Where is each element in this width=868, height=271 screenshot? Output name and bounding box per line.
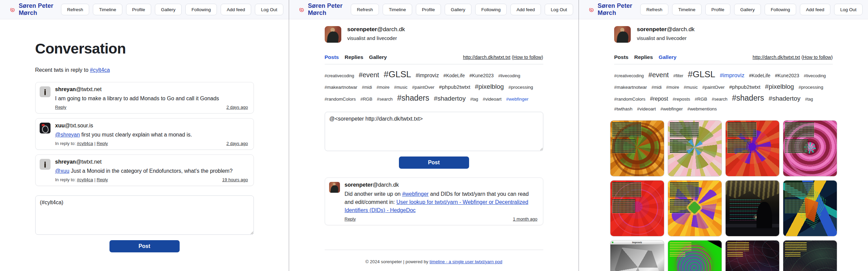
- tag-link[interactable]: #tag: [470, 97, 478, 102]
- gallery-image[interactable]: [668, 121, 722, 176]
- tag-link[interactable]: #search: [712, 97, 727, 102]
- tag-link[interactable]: #livecoding: [498, 73, 520, 78]
- gallery-image[interactable]: Improviz: [610, 241, 664, 271]
- gallery-image[interactable]: [726, 181, 779, 236]
- gallery-image[interactable]: [610, 121, 664, 176]
- nav-profile-button[interactable]: Profile: [126, 4, 151, 15]
- nav-following-button[interactable]: Following: [475, 4, 507, 15]
- post-button[interactable]: Post: [399, 157, 469, 169]
- twt-composer[interactable]: (#cylt4ca): [35, 195, 254, 235]
- nav-add-feed-button[interactable]: Add feed: [800, 4, 830, 15]
- tag-link[interactable]: #twthash: [614, 106, 632, 111]
- tag-link[interactable]: #livecoding: [804, 73, 826, 78]
- inline-link[interactable]: @xuu: [55, 168, 69, 174]
- username-link[interactable]: xuu: [55, 123, 65, 129]
- tag-link[interactable]: #KodeLife: [749, 73, 770, 78]
- timestamp-link[interactable]: 19 hours ago: [222, 177, 248, 182]
- avatar[interactable]: [40, 86, 51, 97]
- tag-link[interactable]: #phpub2twtxt: [439, 84, 470, 90]
- inline-link[interactable]: Reply: [97, 177, 108, 182]
- inline-link[interactable]: #cylt4ca: [77, 177, 93, 182]
- gallery-image[interactable]: [726, 241, 779, 271]
- username-link[interactable]: shreyan: [55, 86, 76, 92]
- nav-profile-button[interactable]: Profile: [416, 4, 441, 15]
- tag-link[interactable]: #paintOver: [702, 85, 725, 90]
- tag-link[interactable]: #improviz: [416, 72, 439, 78]
- how-to-follow-link[interactable]: How to follow: [513, 55, 542, 60]
- nav-following-button[interactable]: Following: [765, 4, 796, 15]
- gallery-image[interactable]: [783, 121, 837, 176]
- inline-link[interactable]: #cylt4ca: [77, 141, 93, 146]
- tag-link[interactable]: #reposts: [673, 97, 690, 102]
- inline-link[interactable]: timeline - a single user twtxt/yarn pod: [429, 259, 502, 264]
- gallery-image[interactable]: [783, 181, 837, 236]
- feed-url-link[interactable]: http://darch.dk/twtxt.txt: [752, 55, 800, 60]
- brand-link[interactable]: Søren Peter Mørch: [10, 2, 61, 17]
- tag-link[interactable]: #music: [684, 85, 698, 90]
- tag-link[interactable]: #Kune2023: [775, 73, 799, 78]
- tag-link[interactable]: #videoart: [483, 97, 502, 102]
- tag-link[interactable]: #midi: [651, 85, 662, 90]
- nav-add-feed-button[interactable]: Add feed: [510, 4, 541, 15]
- nav-refresh-button[interactable]: Refresh: [640, 4, 668, 15]
- tag-link[interactable]: #makeartnotwar: [614, 85, 647, 90]
- timestamp-link[interactable]: 2 days ago: [226, 141, 248, 146]
- tag-link[interactable]: #shaders: [397, 93, 429, 102]
- tag-link[interactable]: #randomColors: [614, 97, 645, 102]
- tag-link[interactable]: #creativecoding: [325, 74, 355, 78]
- tag-link[interactable]: #Kune2023: [469, 73, 494, 78]
- timestamp-link[interactable]: 1 month ago: [513, 216, 537, 222]
- tag-link[interactable]: #KodeLife: [443, 73, 465, 78]
- tag-link[interactable]: #pixelblog: [765, 83, 794, 90]
- tag-link[interactable]: #music: [394, 85, 408, 90]
- tag-link[interactable]: #filter: [673, 74, 683, 78]
- avatar[interactable]: [329, 182, 340, 193]
- feed-url-link[interactable]: http://darch.dk/twtxt.txt: [463, 55, 510, 60]
- tag-link[interactable]: #phpub2twtxt: [729, 84, 760, 90]
- profile-avatar[interactable]: [614, 26, 631, 43]
- post-button[interactable]: Post: [109, 240, 180, 252]
- tag-link[interactable]: #event: [359, 71, 379, 79]
- nav-refresh-button[interactable]: Refresh: [351, 4, 379, 15]
- inline-link[interactable]: #webfinger: [402, 191, 428, 197]
- tag-link[interactable]: #creativecoding: [614, 74, 644, 78]
- tab-posts[interactable]: Posts: [614, 54, 628, 60]
- tab-gallery[interactable]: Gallery: [369, 54, 387, 60]
- nav-following-button[interactable]: Following: [185, 4, 217, 15]
- twt-composer[interactable]: @<sorenpeter http://darch.dk/twtxt.txt>: [325, 112, 543, 151]
- nav-gallery-button[interactable]: Gallery: [734, 4, 761, 15]
- nav-add-feed-button[interactable]: Add feed: [221, 4, 251, 15]
- nav-timeline-button[interactable]: Timeline: [383, 4, 412, 15]
- profile-avatar[interactable]: [325, 26, 341, 43]
- tag-link[interactable]: #improviz: [720, 72, 745, 79]
- nav-timeline-button[interactable]: Timeline: [93, 4, 122, 15]
- tag-link[interactable]: #midi: [362, 85, 372, 90]
- tag-link[interactable]: #paintOver: [412, 85, 435, 90]
- gallery-image[interactable]: [783, 241, 837, 271]
- how-to-follow-link[interactable]: How to follow: [803, 55, 831, 60]
- tab-replies[interactable]: Replies: [345, 54, 363, 60]
- avatar[interactable]: [40, 123, 51, 133]
- tag-link[interactable]: #RGB: [360, 97, 372, 102]
- tag-link[interactable]: #makeartnotwar: [325, 85, 358, 90]
- tag-link[interactable]: #randomColors: [325, 97, 356, 102]
- tag-link[interactable]: #moire: [377, 85, 389, 90]
- tag-link[interactable]: #search: [377, 97, 392, 102]
- tag-link[interactable]: #shaders: [732, 93, 764, 102]
- username-link[interactable]: sorenpeter: [345, 182, 373, 188]
- tag-link[interactable]: #shadertoy: [434, 95, 466, 102]
- tag-link[interactable]: #moire: [666, 85, 679, 90]
- avatar[interactable]: [40, 159, 51, 170]
- inline-link[interactable]: #cylt4ca: [90, 67, 110, 73]
- tag-link[interactable]: #event: [648, 71, 669, 79]
- tag-link[interactable]: #RGB: [695, 97, 707, 102]
- tag-link[interactable]: #processing: [799, 85, 823, 90]
- nav-refresh-button[interactable]: Refresh: [61, 4, 89, 15]
- tag-link[interactable]: #GLSL: [688, 69, 715, 79]
- tag-link[interactable]: #repost: [650, 96, 668, 102]
- tag-link[interactable]: #GLSL: [384, 69, 411, 79]
- tag-link[interactable]: #shadertoy: [769, 95, 801, 102]
- tag-link[interactable]: #webfinger: [661, 106, 683, 111]
- gallery-image[interactable]: [668, 181, 722, 236]
- brand-link[interactable]: Søren Peter Mørch: [299, 2, 351, 17]
